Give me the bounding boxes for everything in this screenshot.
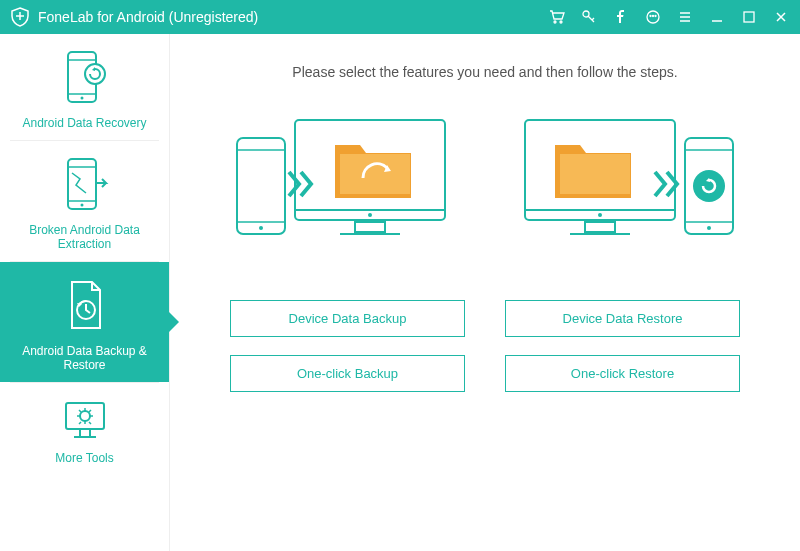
sidebar-item-backup-restore[interactable]: Android Data Backup & Restore — [0, 262, 169, 382]
svg-point-1 — [560, 21, 562, 23]
close-icon[interactable] — [772, 8, 790, 26]
feature-buttons: Device Data Backup Device Data Restore O… — [210, 300, 760, 392]
sidebar-item-label: Android Data Backup & Restore — [8, 344, 161, 372]
key-icon[interactable] — [580, 8, 598, 26]
svg-point-25 — [368, 213, 372, 217]
one-click-backup-button[interactable]: One-click Backup — [230, 355, 465, 392]
backup-illustration — [210, 110, 470, 270]
feedback-icon[interactable] — [644, 8, 662, 26]
svg-point-16 — [80, 204, 83, 207]
svg-rect-35 — [585, 222, 615, 232]
svg-rect-7 — [744, 12, 754, 22]
svg-rect-28 — [237, 138, 285, 234]
instruction-text: Please select the features you need and … — [210, 64, 760, 80]
maximize-icon[interactable] — [740, 8, 758, 26]
sidebar-item-label: Broken Android Data Extraction — [8, 223, 161, 251]
sidebar-item-label: More Tools — [8, 451, 161, 465]
content-container: Android Data Recovery Broken Android Dat… — [0, 34, 800, 551]
device-data-restore-button[interactable]: Device Data Restore — [505, 300, 740, 337]
sidebar-item-broken[interactable]: Broken Android Data Extraction — [0, 141, 169, 261]
cart-icon[interactable] — [548, 8, 566, 26]
svg-point-6 — [655, 16, 656, 17]
illustrations — [210, 110, 760, 270]
svg-point-31 — [259, 226, 263, 230]
svg-point-34 — [598, 213, 602, 217]
backup-file-icon — [8, 276, 161, 336]
menu-icon[interactable] — [676, 8, 694, 26]
tools-icon — [8, 397, 161, 443]
svg-rect-26 — [355, 222, 385, 232]
app-title: FoneLab for Android (Unregistered) — [38, 9, 548, 25]
minimize-icon[interactable] — [708, 8, 726, 26]
one-click-restore-button[interactable]: One-click Restore — [505, 355, 740, 392]
sidebar-item-label: Android Data Recovery — [8, 116, 161, 130]
svg-point-22 — [80, 411, 90, 421]
app-logo-icon — [10, 7, 30, 27]
titlebar-icons — [548, 8, 790, 26]
svg-point-4 — [650, 16, 651, 17]
svg-point-40 — [707, 226, 711, 230]
svg-point-41 — [693, 170, 725, 202]
facebook-icon[interactable] — [612, 8, 630, 26]
sidebar: Android Data Recovery Broken Android Dat… — [0, 34, 170, 551]
main-panel: Please select the features you need and … — [170, 34, 800, 551]
restore-illustration — [500, 110, 760, 270]
phone-recover-icon — [8, 48, 161, 108]
sidebar-item-more-tools[interactable]: More Tools — [0, 383, 169, 475]
svg-point-5 — [653, 16, 654, 17]
sidebar-item-recovery[interactable]: Android Data Recovery — [0, 34, 169, 140]
svg-rect-18 — [66, 403, 104, 429]
titlebar: FoneLab for Android (Unregistered) — [0, 0, 800, 34]
svg-point-0 — [554, 21, 556, 23]
broken-phone-icon — [8, 155, 161, 215]
svg-point-11 — [80, 97, 83, 100]
device-data-backup-button[interactable]: Device Data Backup — [230, 300, 465, 337]
